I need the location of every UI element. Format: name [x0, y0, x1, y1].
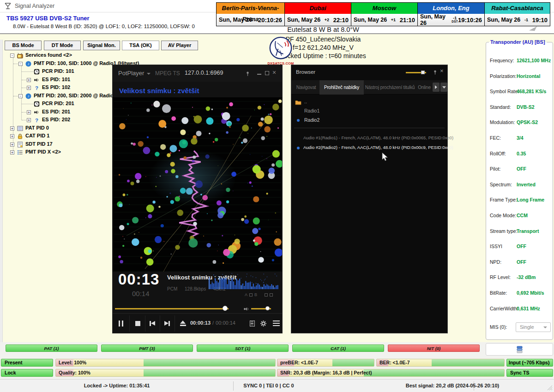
form-icon [17, 141, 23, 147]
maximize-icon[interactable] [265, 71, 269, 75]
ab-repeat-controls[interactable]: A B [245, 292, 273, 297]
opacity-slider[interactable] [406, 72, 426, 73]
next-button[interactable] [161, 314, 174, 333]
transponder-row: Modulation: QPSK-S2 [486, 119, 553, 129]
stack-button[interactable] [486, 343, 553, 356]
seek-bar[interactable] [115, 308, 229, 309]
transponder-row: RF Level: -32 dBm [486, 274, 553, 284]
dt-mode-button[interactable]: DT Mode [44, 41, 81, 50]
tree-item[interactable]: +ES PID: 201 [4, 108, 112, 116]
signal-analyzer-window: Signal Analyzer TBS 5927 USB DVB-S2 Tune… [0, 0, 554, 392]
volume-knob[interactable] [265, 306, 270, 310]
pin-icon[interactable] [433, 69, 438, 77]
transponder-value: 0.35 [517, 151, 526, 156]
resize-grip[interactable] [548, 386, 553, 391]
tree-item[interactable]: +?ES PID: 202 [4, 116, 112, 124]
tree-toggle[interactable]: + [10, 150, 14, 154]
browser-tab[interactable]: Online [416, 80, 433, 95]
service-list-item[interactable]: .. [291, 97, 447, 107]
stream-list-item[interactable]: Audio #1(Radio1) - French, AAC(LATM), 48… [291, 133, 447, 143]
site-name: PF 450_Lučenec/Slovakia [92, 36, 554, 43]
pause-button[interactable] [114, 314, 127, 333]
tree-toggle[interactable]: + [10, 143, 14, 147]
clock-column: Moscow Sun, May 26 +1 21:10 [351, 3, 418, 26]
browser-tabs: NavigovatProhlížeč nabídkyNástroj prochá… [291, 80, 447, 95]
fullscreen-icon[interactable] [270, 293, 273, 297]
transponder-row: Polarization: Horizontal [486, 73, 553, 83]
transponder-label: Spectrum: [490, 182, 512, 187]
video-area[interactable] [113, 97, 282, 272]
tree-item-label: PCR PID: 101 [42, 68, 74, 74]
loop-icon[interactable] [265, 293, 268, 297]
browser-tab[interactable]: Nástroj procházení titulků [364, 80, 416, 95]
tree-item[interactable]: -Services found <2> [4, 52, 112, 59]
chevron-down-icon[interactable] [147, 73, 151, 75]
menu-icon[interactable] [270, 314, 283, 333]
mouse-cursor [382, 152, 389, 162]
tree-toggle[interactable]: + [27, 86, 31, 90]
clock-time: 20:10:26 [258, 17, 282, 24]
repeat-range-icon[interactable] [249, 293, 253, 297]
transponder-label: Polarization: [490, 73, 517, 79]
tab-scroll-right-icon[interactable] [433, 83, 440, 92]
tree-item[interactable]: +?ES PID: 102 [4, 84, 112, 92]
repeat-a-icon[interactable]: A [245, 292, 247, 297]
clock-city: London, Eng [418, 3, 484, 14]
seek-knob[interactable] [223, 306, 228, 311]
tree-toggle[interactable]: - [18, 62, 23, 66]
transponder-value: -32 dBm [517, 274, 536, 280]
transponder-value: Transport [517, 228, 539, 234]
previous-button[interactable] [146, 314, 159, 333]
tree-item-label: ES PID: 102 [42, 84, 70, 90]
lock-icon [17, 133, 23, 139]
slider-knob[interactable] [421, 71, 425, 74]
mis-dropdown[interactable]: Single [516, 322, 551, 332]
header-divider [0, 33, 554, 34]
service-list-item[interactable]: Radio2 [291, 116, 447, 125]
tree-toggle[interactable]: + [27, 118, 31, 122]
tree-item[interactable]: +SDT PID 17 [4, 141, 112, 148]
tree-toggle[interactable]: + [27, 110, 31, 114]
tree-item[interactable]: +ES PID: 101 [4, 76, 112, 84]
close-icon[interactable]: × [272, 69, 276, 76]
transponder-label: BitRate: [490, 290, 507, 296]
transponder-value: Horizontal [517, 73, 540, 79]
browser-tab[interactable]: Navigovat [293, 80, 319, 95]
tree-item[interactable]: +PMT PID X <2> [4, 148, 112, 156]
tree-item[interactable]: -♪PMT PID: 100, SID: 1000 @ Radio1 (Hitw… [4, 60, 112, 68]
stream-list-item[interactable]: Audio #2(Radio2) - French, AAC(LATM), 48… [291, 143, 447, 153]
svg-text:♪: ♪ [27, 94, 29, 98]
settings-gear-icon[interactable] [257, 314, 270, 333]
tree-item[interactable]: +PAT PID 0 [4, 125, 112, 132]
tree-item[interactable]: PCR PID: 201 [4, 100, 112, 108]
pin-icon[interactable] [245, 70, 250, 78]
tree-toggle[interactable]: + [27, 78, 31, 82]
volume-icon[interactable] [244, 305, 250, 314]
tree-toggle[interactable]: - [18, 94, 23, 98]
tab-list-dropdown-icon[interactable] [440, 83, 447, 92]
tree-item[interactable]: -♪PMT PID: 200, SID: 2000 @ Radio2 (Hitw… [4, 92, 112, 100]
clock-column: London, Eng Sun, May 26 -1DST 19:10:26 [418, 3, 485, 26]
svg-text:♪: ♪ [27, 61, 29, 66]
selected-dot-icon [297, 147, 300, 149]
tree-toggle[interactable]: + [10, 134, 14, 138]
service-list-item[interactable]: Radio1 [291, 107, 447, 116]
tree-item[interactable]: +CAT PID 1 [4, 132, 112, 140]
transponder-label: Frame Type: [490, 197, 517, 202]
bs-mode-button[interactable]: BS Mode [5, 41, 42, 50]
level-meter: Level: 100% [55, 359, 276, 367]
uptime-readout: Locked Uptime : t=60 minutes [92, 52, 554, 59]
tree-toggle[interactable]: - [10, 53, 14, 58]
tree-toggle[interactable]: + [10, 126, 14, 131]
tree-item[interactable]: PCR PID: 101 [4, 68, 112, 76]
stop-button[interactable] [131, 314, 144, 333]
elapsed-time: 00:13 [118, 271, 159, 288]
player-titlebar[interactable]: PotPlayer MPEG TS 127.0.0.1:6969 × [113, 65, 282, 82]
clock-column: Berlin-Paris-Vienna-Roma Sun, May 26 20:… [217, 3, 285, 26]
eject-button[interactable] [176, 314, 189, 333]
browser-tab[interactable]: Prohlížeč nabídky [319, 80, 364, 95]
minimize-icon[interactable] [257, 74, 261, 75]
tree-item-label: PCR PID: 201 [42, 101, 74, 106]
close-icon[interactable]: × [440, 67, 444, 74]
repeat-b-icon[interactable]: B [254, 292, 257, 297]
